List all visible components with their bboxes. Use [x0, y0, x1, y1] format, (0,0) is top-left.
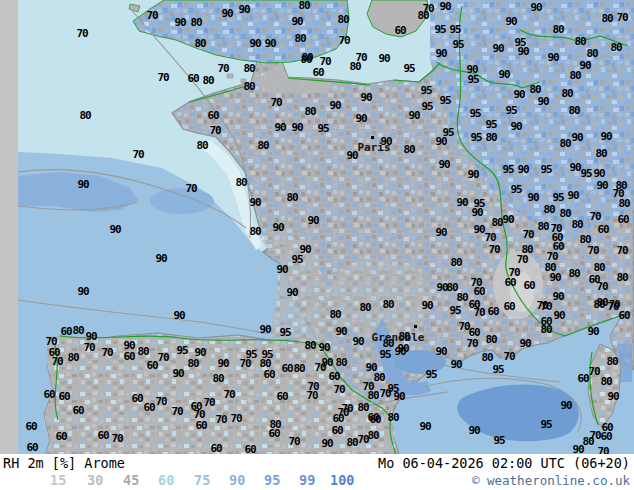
rh-value-label: 70 — [333, 384, 344, 395]
rh-value-label: 80 — [72, 325, 83, 336]
rh-value-label: 60 — [60, 326, 71, 337]
rh-value-label: 90 — [238, 4, 249, 15]
legend-value-15: 15 — [50, 472, 66, 488]
rh-value-label: 60 — [281, 363, 292, 374]
rh-value-label: 90 — [517, 164, 528, 175]
rh-value-label: 70 — [488, 244, 499, 255]
rh-value-label: 90 — [259, 324, 270, 335]
rh-value-label: 80 — [601, 13, 612, 24]
rh-value-label: 80 — [593, 299, 604, 310]
rh-value-label: 80 — [67, 352, 78, 363]
rh-value-label: 95 — [467, 74, 478, 85]
rh-value-label: 80 — [337, 14, 348, 25]
rh-value-label: 90 — [77, 179, 88, 190]
rh-value-label: 80 — [243, 63, 254, 74]
rh-value-label: 60 — [331, 425, 342, 436]
rh-value-label: 80 — [540, 324, 551, 335]
rh-value-label: 80 — [559, 138, 570, 149]
rh-value-label: 80 — [593, 262, 604, 273]
rh-value-label: 90 — [510, 121, 521, 132]
rh-value-label: 90 — [360, 92, 371, 103]
rh-value-label: 80 — [595, 148, 606, 159]
rh-value-label: 60 — [26, 442, 37, 453]
rh-value-label: 80 — [257, 140, 268, 151]
rh-value-label: 95 — [469, 108, 480, 119]
rh-value-label: 60 — [97, 430, 108, 441]
rh-value-label: 90 — [174, 17, 185, 28]
rh-value-label: 95 — [540, 164, 551, 175]
rh-value-label: 95 — [449, 24, 460, 35]
rh-value-label: 70 — [522, 229, 533, 240]
rh-value-label: 80 — [485, 334, 496, 345]
rh-value-label: 90 — [264, 38, 275, 49]
rh-value-label: 80 — [367, 390, 378, 401]
rh-value-label: 90 — [473, 224, 484, 235]
rh-value-label: 70 — [111, 433, 122, 444]
rh-value-label: 60 — [597, 224, 608, 235]
rh-value-label: 70 — [146, 10, 157, 21]
rh-value-label: 95 — [552, 192, 563, 203]
rh-value-label: 80 — [485, 132, 496, 143]
rh-value-label: 95 — [420, 85, 431, 96]
rh-value-label: 70 — [338, 35, 349, 46]
rh-value-label: 95 — [452, 39, 463, 50]
rh-value-label: 70 — [314, 362, 325, 373]
rh-value-label: 95 — [291, 254, 302, 265]
rh-value-label: 80 — [568, 105, 579, 116]
weather-map[interactable]: 7090809090809070809090807080808070807060… — [0, 0, 634, 454]
rh-value-label: 90 — [560, 400, 571, 411]
rh-value-label: 60 — [25, 421, 36, 432]
rh-value-label: 80 — [367, 430, 378, 441]
rh-value-label: 90 — [421, 300, 432, 311]
rh-value-label: 80 — [235, 177, 246, 188]
rh-value-label: 80 — [304, 106, 315, 117]
rh-value-label: 95 — [502, 164, 513, 175]
rh-value-label: 80 — [359, 302, 370, 313]
rh-value-label: 60 — [523, 280, 534, 291]
rh-value-label: 70 — [540, 301, 551, 312]
rh-value-label: 80 — [387, 412, 398, 423]
rh-value-label: 90 — [607, 391, 618, 402]
rh-value-label: 90 — [435, 227, 446, 238]
rh-value-label: 70 — [484, 232, 495, 243]
rh-value-label: 60 — [487, 306, 498, 317]
rh-value-label: 60 — [72, 405, 83, 416]
rh-value-label: 90 — [593, 168, 604, 179]
rh-value-label: 60 — [187, 73, 198, 84]
rh-value-label: 70 — [607, 301, 618, 312]
rh-value-label: 80 — [137, 346, 148, 357]
rh-value-label: 70 — [230, 413, 241, 424]
rh-value-label: 70 — [157, 352, 168, 363]
rh-value-label: 70 — [616, 245, 627, 256]
rh-value-label: 90 — [378, 53, 389, 64]
rh-value-label: 80 — [569, 70, 580, 81]
rh-value-label: 90 — [221, 8, 232, 19]
rh-value-label: 80 — [196, 140, 207, 151]
rh-value-label: 80 — [450, 257, 461, 268]
rh-value-label: 90 — [394, 346, 405, 357]
rh-value-label: 70 — [319, 56, 330, 67]
footer-bar: RH 2m [%] Arome Mo 06-04-2026 02:00 UTC … — [0, 454, 634, 490]
rh-value-label: 70 — [83, 342, 94, 353]
rh-value-label: 90 — [530, 2, 541, 13]
rh-value-label: 70 — [51, 356, 62, 367]
rh-value-label: 70 — [209, 125, 220, 136]
rh-value-label: 80 — [552, 24, 563, 35]
rh-value-label: 95 — [580, 168, 591, 179]
rh-value-label: 60 — [131, 393, 142, 404]
rh-value-label: 80 — [335, 357, 346, 368]
city-marker-grenoble — [414, 325, 417, 328]
rh-value-label: 90 — [600, 131, 611, 142]
rh-value-label: 90 — [291, 122, 302, 133]
rh-value-label: 90 — [571, 132, 582, 143]
rh-value-label: 80 — [616, 272, 627, 283]
rh-value-label: 95 — [387, 383, 398, 394]
rh-value-label: 90 — [468, 425, 479, 436]
rh-value-label: 90 — [274, 122, 285, 133]
rh-value-label: 60 — [503, 301, 514, 312]
rh-value-label: 90 — [505, 16, 516, 27]
rh-value-label: 90 — [172, 368, 183, 379]
rh-value-label: 90 — [587, 326, 598, 337]
copyright-link[interactable]: © weatheronline.co.uk — [472, 473, 630, 488]
rh-value-label: 60 — [618, 310, 629, 321]
